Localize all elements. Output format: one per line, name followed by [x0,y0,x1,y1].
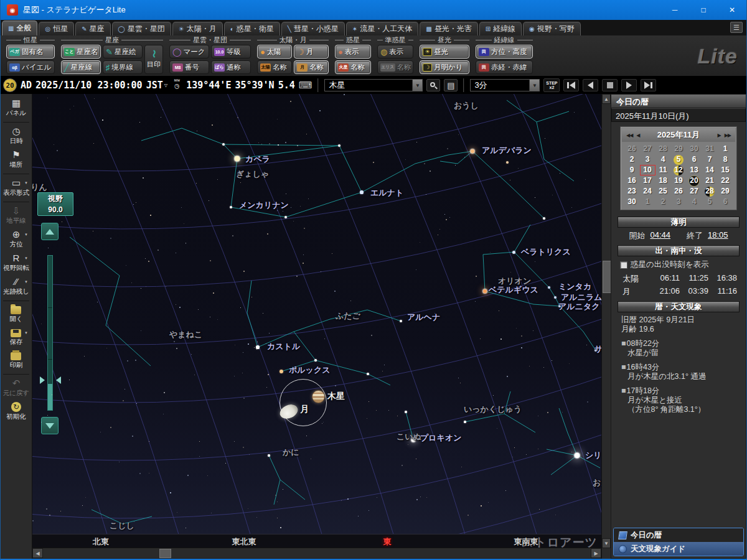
calendar-day[interactable]: 6 [687,154,702,165]
calendar-day[interactable]: 9 [624,165,640,175]
next-year-button[interactable]: ▶▶ [723,133,733,138]
zoom-track[interactable] [47,255,53,411]
calendar-day[interactable]: 16 [624,175,640,186]
step-multiplier-button[interactable]: STEP x2 [543,78,560,92]
prev-month-button[interactable]: ◀ [634,133,641,138]
sidebar-button-保存[interactable]: ▼保存 [1,326,32,349]
time-step-select[interactable]: 3分 ▼ [470,79,540,91]
target-dropdown-icon[interactable]: ▼ [412,80,422,91]
stop-button[interactable] [602,79,618,91]
target-select[interactable]: 木星 ▼ [324,79,423,91]
calendar-day[interactable]: 14 [702,165,718,175]
calendar-day[interactable]: 23 [624,186,640,197]
calendar-day[interactable]: 6 [718,197,733,207]
sidebar-button-初期化[interactable]: ↻初期化 [1,400,32,424]
toolbar-button-星雲・星団-等級[interactable]: 10.0等級 [211,45,251,58]
sidebar-button-パネル[interactable]: ▦パネル [1,96,32,120]
calendar-day[interactable]: 29 [718,186,733,197]
toolbar-button-星座-星座線[interactable]: ╱星座線 [61,60,101,74]
timezone-dropdown-icon[interactable]: ▽ [164,82,167,88]
calendar-day[interactable]: 30 [687,144,702,154]
toolbar-button-星座-星座絵[interactable]: ✎星座絵 [103,45,143,58]
toolbar-button-太陽・月-名称[interactable]: 月名称 [294,60,329,74]
zoom-out-button[interactable] [41,417,59,434]
prev-year-button[interactable]: ◀◀ [624,133,634,138]
tab-流星・人工天体[interactable]: ✶流星・人工天体 [346,22,418,35]
object-list-button[interactable]: ▤ [444,79,458,91]
calendar-day[interactable]: 4 [655,154,671,165]
tab-全般[interactable]: ▦全般 [2,21,37,35]
next-month-button[interactable]: ▶ [716,133,723,138]
datetime-value[interactable]: 2025/11/10 23:00:00 [35,80,143,91]
tab-視野・写野[interactable]: ◉視野・写野 [523,22,581,35]
scroll-right-icon[interactable]: ▶ [591,548,601,558]
calendar-day[interactable]: 26 [624,144,640,154]
toolbar-button-太陽・月-名称[interactable]: 太陽名称 [257,60,292,74]
toolbar-button-星雲・星団-マーク[interactable]: ◯マーク [169,45,209,58]
horizontal-scroll-thumb[interactable] [159,549,171,558]
calendar-day[interactable]: 12 [671,165,687,175]
calendar-day-today[interactable]: 10 [640,165,655,175]
panel-tab-天文現象ガイド[interactable]: 天文現象ガイド [614,542,743,556]
tab-太陽・月[interactable]: ☀太陽・月 [172,22,223,35]
minimize-button[interactable]: ─ [660,0,689,20]
tab-彗星・小惑星[interactable]: ╲彗星・小惑星 [281,22,345,35]
tab-恒星[interactable]: ◎恒星 [39,22,74,35]
toolbar-button-惑星-名称[interactable]: 火星名称 [335,60,371,74]
sidebar-button-日時[interactable]: ◷日時 [1,124,32,148]
sidebar-button-表示形式[interactable]: ▭▼表示形式 [1,176,32,200]
scroll-up-icon[interactable]: ▲ [602,94,611,104]
toolbar-button-太陽・月-月[interactable]: ☽月 [294,45,329,58]
twilight-start-time[interactable]: 04:44 [650,230,670,241]
calendar-day[interactable]: 17 [640,175,655,186]
close-button[interactable]: ✕ [718,0,746,20]
calendar-day[interactable]: 19 [671,175,687,186]
calendar-day[interactable]: 21 [702,175,718,186]
horizontal-scrollbar[interactable]: ◀ ▶ [32,548,601,558]
ribbon-menu-button[interactable]: ☰ [730,22,743,33]
toolbar-button-太陽・月-太陽[interactable]: ●太陽 [257,45,292,58]
calendar-day[interactable]: 11 [655,165,671,175]
toolbar-button-昼光-昼光[interactable]: ☀昼光 [420,45,469,58]
skip-to-end-button[interactable] [641,79,656,91]
toolbar-button-昼光-月明かり[interactable]: ☽月明かり [420,60,469,74]
tab-経緯線[interactable]: ⊞経緯線 [479,22,522,35]
calendar-day[interactable]: 3 [671,197,687,207]
maximize-button[interactable]: □ [689,0,718,20]
scroll-left-icon[interactable]: ◀ [32,548,43,558]
tab-昼光・光害[interactable]: ▩昼光・光害 [420,22,477,35]
scroll-down-icon[interactable]: ▼ [602,538,611,548]
panel-tab-今日の暦[interactable]: 今日の暦 [614,528,743,542]
calendar-day[interactable]: 25 [655,186,671,197]
calendar-day[interactable]: 1 [640,197,655,207]
keyboard-icon[interactable]: ⌨ [299,80,312,91]
calendar-day[interactable]: 24 [640,186,655,197]
calendar-day[interactable]: 3 [640,154,655,165]
toolbar-button-準惑星-名称[interactable]: エリス名称 [377,60,413,74]
tab-星雲・星団[interactable]: ◯星雲・星団 [112,22,171,35]
moon-age-icon[interactable]: 20 [3,78,17,92]
star-chart[interactable]: 視野 90.0 ストロアーツ 北東東北東東東南東 おうしきりんカペラぎょ [32,94,601,548]
sidebar-button-印刷[interactable]: 印刷 [1,349,32,372]
toolbar-button-惑星-表示[interactable]: ●表示 [335,45,371,58]
calendar-day[interactable]: 29 [671,144,687,154]
calendar-day[interactable]: 7 [702,154,718,165]
planet-rise-set-checkbox[interactable] [620,261,627,269]
toolbar-button-星雲・星団-番号[interactable]: M8番号 [169,60,209,74]
step-dropdown-icon[interactable]: ▼ [529,80,539,91]
calendar-day[interactable]: 18 [655,175,671,186]
sidebar-button-場所[interactable]: ⚑場所 [1,148,32,172]
toolbar-button-目印[interactable]: 〜目印 [144,45,163,74]
now-button[interactable]: NOW ◷ [171,79,182,91]
vertical-scrollbar[interactable]: ▲ ▼ [601,94,611,559]
sidebar-button-視野回転[interactable]: R▼視野回転 [1,251,32,275]
toolbar-button-星座-境界線[interactable]: ♯境界線 [103,60,143,74]
skip-to-start-button[interactable] [563,79,579,91]
toolbar-button-恒星-バイエル[interactable]: αβバイエル [6,60,55,74]
calendar-day[interactable]: 27 [687,186,702,197]
calendar-day[interactable]: 5 [702,197,718,207]
calendar-day[interactable]: 22 [718,175,733,186]
toolbar-button-経緯線-方位・高度[interactable]: 田方位・高度 [476,45,533,58]
calendar-day[interactable]: 28 [655,144,671,154]
calendar-day[interactable]: 30 [624,197,640,207]
